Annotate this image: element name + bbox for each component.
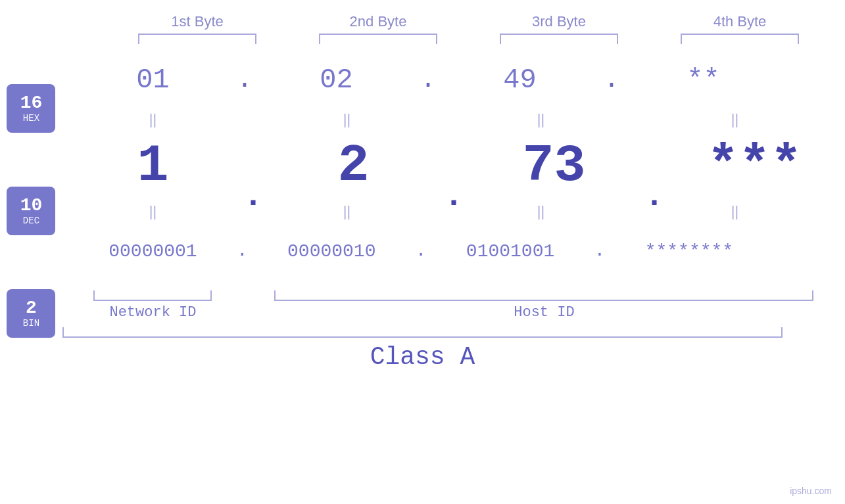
class-label: Class A bbox=[62, 343, 783, 371]
bin-cell-4: ******** bbox=[598, 241, 779, 262]
dec-cell-2: 2 bbox=[263, 136, 444, 196]
bin-cell-3: 01001001 bbox=[420, 241, 601, 262]
watermark: ipshu.com bbox=[790, 486, 832, 496]
bin-value-4: ******** bbox=[645, 241, 733, 262]
dec-badge: 10 DEC bbox=[7, 187, 55, 235]
dec-cell-3: 73 bbox=[464, 136, 644, 196]
bracket-3 bbox=[500, 34, 618, 44]
equals-row-1: || || || || bbox=[62, 110, 845, 129]
hex-badge-label: HEX bbox=[23, 113, 39, 124]
byte4-header: 4th Byte bbox=[650, 13, 831, 30]
full-bracket-row bbox=[62, 327, 845, 338]
eq1-cell3: || bbox=[450, 111, 631, 128]
hex-cell-2: 02 bbox=[246, 64, 427, 96]
bin-value-2: 00000010 bbox=[287, 241, 375, 262]
network-id-label: Network ID bbox=[62, 304, 243, 321]
byte2-header: 2nd Byte bbox=[288, 13, 469, 30]
dec-cell-4: *** bbox=[664, 136, 845, 196]
hex-cell-4: ** bbox=[613, 64, 794, 96]
eq1-cell2: || bbox=[256, 111, 437, 128]
eq1-cell1: || bbox=[62, 111, 243, 128]
dec-value-3: 73 bbox=[522, 136, 585, 196]
bin-value-1: 00000001 bbox=[109, 241, 197, 262]
bracket-1 bbox=[138, 34, 256, 44]
bin-badge-number: 2 bbox=[26, 298, 37, 319]
host-bracket-container bbox=[243, 290, 845, 301]
eq2-cell1: || bbox=[62, 203, 243, 220]
bracket-cell-1 bbox=[107, 34, 288, 44]
dec-value-4: *** bbox=[707, 136, 802, 196]
bracket-cell-4 bbox=[650, 34, 831, 44]
bin-badge-label: BIN bbox=[23, 318, 39, 329]
bin-cell-1: 00000001 bbox=[62, 241, 243, 262]
byte1-header: 1st Byte bbox=[107, 13, 288, 30]
eq2-cell2: || bbox=[256, 203, 437, 220]
dec-value-1: 1 bbox=[137, 136, 168, 196]
data-section: 01 . 02 . 49 . ** || || bbox=[62, 51, 845, 371]
hex-cell-1: 01 bbox=[62, 64, 243, 96]
hex-value-2: 02 bbox=[320, 64, 352, 96]
host-bracket bbox=[274, 290, 813, 301]
dec-row: 1 . 2 . 73 . *** bbox=[62, 129, 845, 202]
dec-cell-1: 1 bbox=[62, 136, 243, 196]
hex-badge-number: 16 bbox=[20, 93, 43, 114]
hex-value-4: ** bbox=[687, 64, 719, 96]
bin-row: 00000001 . 00000010 . 01001001 . *******… bbox=[62, 221, 845, 281]
dec-badge-number: 10 bbox=[20, 196, 43, 216]
bracket-4 bbox=[681, 34, 799, 44]
dec-badge-label: DEC bbox=[23, 216, 39, 226]
hex-badge: 16 HEX bbox=[7, 84, 55, 133]
eq2-cell3: || bbox=[450, 203, 631, 220]
hex-value-3: 49 bbox=[503, 64, 536, 96]
id-labels: Network ID Host ID bbox=[62, 304, 845, 321]
dec-value-2: 2 bbox=[337, 136, 369, 196]
hex-cell-3: 49 bbox=[429, 64, 610, 96]
full-bracket bbox=[62, 327, 783, 338]
bracket-cell-3 bbox=[469, 34, 650, 44]
host-id-label: Host ID bbox=[243, 304, 845, 321]
bottom-brackets bbox=[62, 290, 845, 301]
content-area: 16 HEX 10 DEC 2 BIN 01 . 02 bbox=[0, 51, 845, 371]
badge-column: 16 HEX 10 DEC 2 BIN bbox=[0, 51, 62, 371]
bottom-brackets-section: Network ID Host ID Class A bbox=[62, 287, 845, 371]
hex-value-1: 01 bbox=[136, 64, 169, 96]
eq1-cell4: || bbox=[644, 111, 825, 128]
equals-row-2: || || || || bbox=[62, 202, 845, 221]
bracket-2 bbox=[319, 34, 437, 44]
network-bracket-container bbox=[62, 290, 243, 301]
byte3-header: 3rd Byte bbox=[469, 13, 650, 30]
hex-row: 01 . 02 . 49 . ** bbox=[62, 51, 845, 110]
top-brackets bbox=[0, 34, 845, 44]
bin-badge: 2 BIN bbox=[7, 289, 55, 338]
byte-headers: 1st Byte 2nd Byte 3rd Byte 4th Byte bbox=[0, 0, 845, 30]
bin-value-3: 01001001 bbox=[466, 241, 554, 262]
network-bracket bbox=[93, 290, 212, 301]
main-container: 1st Byte 2nd Byte 3rd Byte 4th Byte 16 H… bbox=[0, 0, 845, 504]
bin-cell-2: 00000010 bbox=[241, 241, 422, 262]
bracket-cell-2 bbox=[288, 34, 469, 44]
eq2-cell4: || bbox=[644, 203, 825, 220]
